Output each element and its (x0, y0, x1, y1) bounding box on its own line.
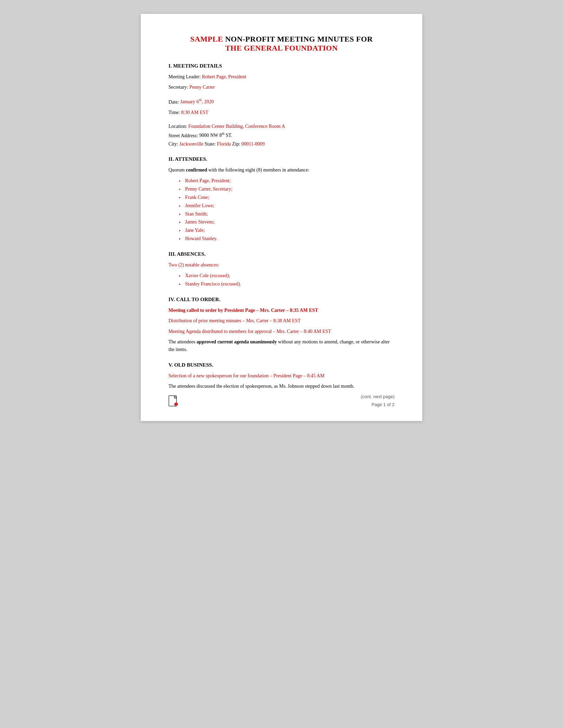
state-value: Florida (217, 141, 231, 147)
list-item: Xavier Cole (excused); (179, 272, 395, 280)
call-to-order-line4: The attendees approved current agenda un… (168, 338, 395, 354)
city-label: City: (168, 141, 180, 147)
section-attendees-heading: II. ATTENDEES. (168, 156, 395, 162)
call-to-order-line1: Meeting called to order by President Pag… (168, 307, 395, 314)
zip-label: Zip: (231, 141, 241, 147)
street-value: 9000 NW 8th ST. (199, 133, 232, 138)
cont-next-label: (cont. next page) (361, 394, 395, 399)
title-main-text: NON-PROFIT MEETING MINUTES FOR (223, 35, 373, 43)
time-line: Time: 8:30 AM EST (168, 109, 395, 116)
title-block: SAMPLE NON-PROFIT MEETING MINUTES FOR TH… (168, 35, 395, 53)
date-value: January 6th, 2020 (180, 99, 214, 104)
location-line: Location: Foundation Center Building, Co… (168, 123, 395, 130)
list-item: James Stevens; (179, 218, 395, 226)
list-item: Jane Yale; (179, 226, 395, 235)
city-value: Jacksonville (180, 141, 203, 147)
svg-text:é: é (175, 403, 177, 406)
old-business-line1-text: Selection of a new spokesperson for our … (168, 373, 324, 378)
call-line3-text: Meeting Agenda distributed to members fo… (168, 329, 331, 334)
call-to-order-line2: Distribution of prior meeting minutes – … (168, 317, 395, 325)
section-absences-heading: III. ABSENCES. (168, 251, 395, 257)
document-page: SAMPLE NON-PROFIT MEETING MINUTES FOR TH… (141, 14, 422, 421)
section-meeting-details-heading: I. MEETING DETAILS (168, 63, 395, 69)
leader-label: Meeting Leader: (168, 74, 202, 79)
page-number: Page 1 of 2 (372, 402, 395, 407)
title-line1: SAMPLE NON-PROFIT MEETING MINUTES FOR (168, 35, 395, 44)
street-label: Street Address: (168, 133, 199, 138)
time-value: 8:30 AM EST (181, 110, 208, 115)
list-item: Jennifer Lowe; (179, 202, 395, 210)
street-line: Street Address: 9000 NW 8th ST. (168, 131, 395, 140)
section-call-to-order-heading: IV. CALL TO ORDER. (168, 297, 395, 302)
quorum-bold: confirmed (186, 167, 207, 173)
quorum-line: Quorum confirmed with the following eigh… (168, 166, 395, 174)
meeting-leader-line: Meeting Leader: Robert Page, President (168, 73, 395, 81)
call-to-order-line3: Meeting Agenda distributed to members fo… (168, 328, 395, 335)
location-label: Location: (168, 124, 188, 129)
old-business-line1: Selection of a new spokesperson for our … (168, 372, 395, 380)
list-item: Robert Page, President; (179, 177, 395, 185)
date-label: Date: (168, 99, 180, 104)
secretary-label: Secretary: (168, 85, 189, 90)
page-footer: é (cont. next page) Page 1 of 2 (168, 394, 395, 407)
list-item: Stan Smith; (179, 210, 395, 218)
document-icon: é (168, 395, 178, 407)
absences-list: Xavier Cole (excused); Stanley Francisco… (179, 272, 395, 288)
list-item: Stanley Francisco (excused). (179, 280, 395, 288)
old-business-line2: The attendees discussed the election of … (168, 383, 395, 390)
secretary-line: Secretary: Penny Carter (168, 84, 395, 91)
quorum-suffix: with the following eight (8) members in … (207, 167, 310, 173)
location-value: Foundation Center Building, Conference R… (188, 124, 285, 129)
leader-value: Robert Page, President (202, 74, 246, 79)
call-line2-text: Distribution of prior meeting minutes – … (168, 318, 301, 323)
section-old-business-heading: V. OLD BUSINESS. (168, 362, 395, 368)
quorum-prefix: Quorum (168, 167, 186, 173)
date-line: Date: January 6th, 2020 (168, 98, 395, 106)
call-line4-prefix: The attendees (168, 339, 197, 344)
zip-value: 00011-0009 (241, 141, 265, 147)
list-item: Howard Stanley. (179, 235, 395, 243)
city-line: City: Jacksonville State: Florida Zip: 0… (168, 140, 395, 148)
call-line1-text: Meeting called to order by President Pag… (168, 308, 318, 313)
state-label: State: (203, 141, 217, 147)
title-line2: THE GENERAL FOUNDATION (168, 44, 395, 53)
list-item: Penny Carter, Secretary; (179, 185, 395, 193)
list-item: Frank Cone; (179, 193, 395, 202)
secretary-value: Penny Carter (189, 85, 215, 90)
footer-left: é (168, 395, 178, 407)
title-sample-word: SAMPLE (190, 35, 223, 43)
time-label: Time: (168, 110, 181, 115)
call-line4-bold: approved current agenda unanimously (197, 339, 277, 344)
footer-right: (cont. next page) Page 1 of 2 (361, 394, 395, 407)
attendees-list: Robert Page, President; Penny Carter, Se… (179, 177, 395, 243)
absences-intro: Two (2) notable absences: (168, 261, 395, 269)
